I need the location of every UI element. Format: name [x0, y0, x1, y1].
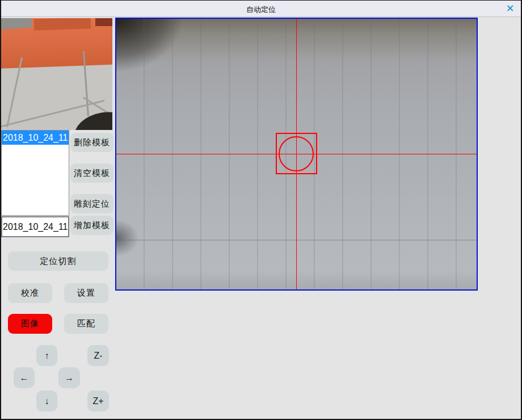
jog-z-minus-button[interactable]: Z-	[87, 345, 109, 366]
delete-template-button[interactable]: 删除模板	[70, 133, 113, 152]
thumb-orange-block	[34, 18, 91, 31]
engrave-position-button[interactable]: 雕刻定位	[70, 194, 113, 213]
roi-circle	[279, 136, 314, 171]
auto-position-dialog: 自动定位 ✕ 2018_10_24_11 删除模板 清空模板 雕刻定位 增加模板…	[0, 0, 522, 420]
template-thumbnail	[1, 18, 112, 130]
calibrate-button[interactable]: 校准	[8, 283, 52, 303]
close-icon[interactable]: ✕	[503, 2, 517, 15]
jog-right-button[interactable]: →	[58, 367, 80, 388]
jog-up-button[interactable]: ↑	[36, 345, 57, 366]
page-title: 自动定位	[1, 5, 521, 15]
settings-button[interactable]: 设置	[64, 283, 108, 303]
position-cut-button[interactable]: 定位切割	[8, 251, 108, 271]
jog-left-button[interactable]: ←	[14, 367, 35, 388]
image-button[interactable]: 图像	[8, 314, 52, 334]
jog-down-button[interactable]: ↓	[36, 390, 57, 411]
jog-z-plus-button[interactable]: Z+	[87, 390, 109, 411]
thumb-darkred-corner	[95, 18, 112, 26]
clear-template-button[interactable]: 清空模板	[70, 163, 113, 183]
list-item-selected[interactable]: 2018_10_24_11	[2, 131, 69, 145]
titlebar: 自动定位 ✕	[1, 1, 521, 17]
match-button[interactable]: 匹配	[64, 314, 108, 334]
template-name-field[interactable]	[1, 216, 69, 237]
template-list[interactable]: 2018_10_24_11	[1, 130, 69, 216]
add-template-button[interactable]: 增加模板	[70, 216, 113, 235]
camera-view[interactable]	[115, 18, 478, 291]
